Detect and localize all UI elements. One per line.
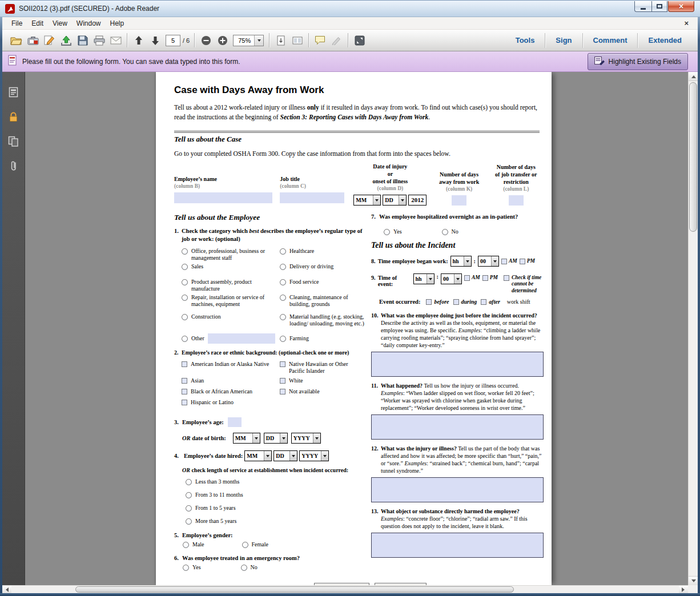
radio-button[interactable] — [280, 264, 286, 270]
menu-view[interactable]: View — [48, 18, 72, 29]
radio-button[interactable] — [183, 565, 189, 571]
other-category-input[interactable] — [208, 333, 275, 344]
zoom-out-button[interactable] — [198, 32, 214, 49]
q11-answer-textarea[interactable] — [371, 414, 544, 440]
job-category-option[interactable]: Material handling (e.g. stocking, loadin… — [280, 313, 364, 335]
q9-am-option[interactable]: AM — [464, 275, 480, 281]
job-category-option[interactable]: Food service — [280, 279, 364, 294]
checkbox[interactable] — [504, 275, 509, 281]
race-option[interactable]: Asian — [182, 377, 280, 388]
highlight-fields-button[interactable]: Highlight Existing Fields — [588, 53, 688, 70]
chevron-down-icon[interactable] — [373, 195, 380, 205]
radio-button[interactable] — [186, 505, 192, 512]
checkbox[interactable] — [280, 389, 285, 394]
page-thumbnails-button[interactable] — [5, 84, 22, 99]
next-page-button[interactable] — [147, 32, 163, 49]
radio-button[interactable] — [242, 542, 248, 548]
radio-button[interactable] — [183, 542, 189, 548]
scrolling-mode-button[interactable] — [272, 32, 289, 49]
days-transfer-input[interactable] — [509, 195, 524, 206]
job-category-option[interactable]: Cleaning, maintenance of building, groun… — [280, 294, 364, 313]
q9-pm-option[interactable]: PM — [482, 275, 498, 281]
job-category-option-other[interactable]: Other — [182, 335, 280, 349]
q12-answer-textarea[interactable] — [371, 477, 544, 502]
chevron-down-icon[interactable] — [254, 35, 263, 46]
radio-button[interactable] — [280, 295, 286, 301]
attachments-panel-button[interactable] — [5, 158, 22, 173]
employee-name-input[interactable] — [174, 192, 272, 203]
checkbox[interactable] — [501, 259, 507, 264]
radio-button[interactable] — [182, 279, 188, 285]
work-minute-dropdown[interactable]: 00 — [478, 256, 499, 267]
chevron-down-icon[interactable] — [491, 256, 498, 266]
tools-panel-button[interactable]: Tools — [505, 36, 545, 45]
event-after-option[interactable]: after — [481, 299, 500, 305]
race-option[interactable]: Hispanic or Latino — [182, 399, 280, 411]
zoom-in-button[interactable] — [214, 32, 231, 49]
race-option[interactable]: American Indian or Alaska Native — [182, 361, 280, 377]
hired-year-dropdown[interactable]: YYYY — [299, 450, 329, 461]
checkbox[interactable] — [182, 389, 187, 394]
dob-month-dropdown[interactable]: MM — [233, 433, 260, 444]
checkbox[interactable] — [481, 299, 486, 305]
page-number-input[interactable]: 5 — [166, 35, 180, 46]
radio-button[interactable] — [384, 229, 390, 235]
radio-button[interactable] — [182, 314, 188, 320]
scroll-up-button[interactable] — [689, 72, 698, 81]
hired-month-dropdown[interactable]: MM — [244, 450, 272, 461]
job-category-option[interactable]: Repair, installation or service of machi… — [182, 294, 280, 313]
dob-day-dropdown[interactable]: DD — [264, 433, 288, 444]
menu-file[interactable]: File — [7, 18, 27, 29]
document-close-icon[interactable]: × — [684, 19, 693, 27]
job-category-option[interactable]: Sales — [182, 263, 280, 279]
race-option[interactable]: Not available — [280, 388, 364, 399]
scroll-left-button[interactable] — [2, 586, 11, 593]
gender-male-option[interactable]: Male — [183, 541, 204, 548]
share-upload-button[interactable] — [58, 32, 74, 49]
checkbox[interactable] — [453, 299, 459, 305]
race-option[interactable]: White — [280, 377, 364, 388]
save-button[interactable] — [74, 32, 91, 49]
menu-help[interactable]: Help — [106, 18, 129, 29]
service-length-option[interactable]: From 1 to 5 years — [186, 505, 364, 512]
radio-button[interactable] — [280, 314, 286, 320]
sign-button[interactable] — [41, 32, 58, 49]
q6-yes-option[interactable]: Yes — [183, 564, 201, 571]
checkbox[interactable] — [464, 275, 470, 281]
radio-button[interactable] — [280, 336, 286, 342]
chevron-down-icon[interactable] — [321, 451, 328, 461]
checkbox[interactable] — [520, 259, 525, 264]
chevron-down-icon[interactable] — [313, 433, 320, 443]
event-minute-dropdown[interactable]: 00 — [441, 273, 462, 284]
q13-answer-textarea[interactable] — [371, 533, 544, 558]
horizontal-scrollbar[interactable] — [2, 585, 688, 593]
scroll-right-button[interactable] — [679, 586, 688, 593]
radio-button[interactable] — [186, 492, 192, 498]
chevron-down-icon[interactable] — [399, 195, 406, 205]
radio-button[interactable] — [182, 248, 188, 255]
event-during-option[interactable]: during — [453, 299, 477, 305]
radio-button[interactable] — [186, 479, 192, 485]
q6-no-option[interactable]: No — [241, 564, 258, 571]
work-hour-dropdown[interactable]: hh — [450, 256, 472, 267]
chevron-down-icon[interactable] — [427, 274, 434, 284]
event-hour-dropdown[interactable]: hh — [413, 273, 435, 284]
vertical-scrollbar[interactable] — [688, 72, 698, 585]
checkbox[interactable] — [182, 400, 187, 405]
injury-day-dropdown[interactable]: DD — [383, 195, 407, 206]
checkbox[interactable] — [182, 378, 187, 384]
minimize-button[interactable] — [634, 1, 651, 12]
service-length-option[interactable]: From 3 to 11 months — [186, 492, 364, 498]
time-undetermined-option[interactable]: Check if time cannot be determined — [504, 275, 544, 294]
service-length-option[interactable]: Less than 3 months — [186, 478, 364, 485]
document-area[interactable]: Case with Days Away from Work Tell us ab… — [25, 72, 688, 585]
print-button[interactable] — [91, 32, 107, 49]
injury-month-dropdown[interactable]: MM — [353, 195, 381, 206]
checkbox[interactable] — [182, 361, 187, 367]
radio-button[interactable] — [182, 336, 188, 342]
comment-bubble-button[interactable] — [312, 32, 328, 49]
fullscreen-button[interactable] — [351, 32, 368, 49]
race-option[interactable]: Native Hawaiian or Other Pacific Islande… — [280, 361, 364, 377]
days-away-input[interactable] — [452, 195, 466, 206]
scroll-down-button[interactable] — [689, 576, 698, 585]
